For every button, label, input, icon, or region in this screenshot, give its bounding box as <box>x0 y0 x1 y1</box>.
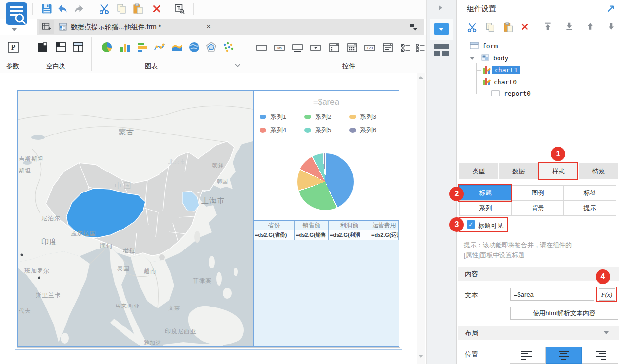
column-chart-icon[interactable] <box>119 41 132 54</box>
copy-button[interactable] <box>116 3 127 15</box>
tab-style[interactable]: 样式 <box>539 163 578 179</box>
table-header-cell[interactable]: 运营费用 <box>370 221 399 230</box>
tab-list-icon[interactable] <box>409 23 418 31</box>
chart-group-chevron-down-icon[interactable] <box>234 63 241 67</box>
style-button-tooltip[interactable]: 提示 <box>564 200 616 216</box>
number-field-widget-icon[interactable]: 123 <box>364 42 376 54</box>
grid-block-icon[interactable] <box>72 41 85 54</box>
content-section-label: 内容 <box>465 270 478 279</box>
map-chart-icon[interactable] <box>188 41 201 54</box>
move-bottom-icon[interactable] <box>565 22 576 33</box>
widget-settings-tab[interactable] <box>430 19 453 40</box>
table-formula-cell[interactable]: =ds2.G(销售 <box>295 230 329 240</box>
design-canvas[interactable]: 蒙古吉斯斯坦斯坦朝鲜韩国上海市中国北京市尼泊尔印度孟加拉国缅甸老挝泰国越南菲律宾… <box>0 73 426 364</box>
style-button-legend[interactable]: 图例 <box>512 185 564 201</box>
text-editor-widget-icon[interactable] <box>382 42 394 54</box>
map-chart-block[interactable]: 蒙古吉斯斯坦斯坦朝鲜韩国上海市中国北京市尼泊尔印度孟加拉国缅甸老挝泰国越南菲律宾… <box>17 90 254 347</box>
line-chart-icon[interactable] <box>153 41 166 54</box>
tree-item-report0[interactable]: report0 <box>504 90 531 97</box>
undo-button[interactable] <box>57 3 68 15</box>
table-header-cell[interactable]: 利润额 <box>329 221 370 230</box>
panel-delete-icon[interactable] <box>520 22 531 33</box>
textarea-widget-icon[interactable] <box>292 42 303 54</box>
chart-title: =$area <box>254 97 399 107</box>
move-top-icon[interactable] <box>543 22 554 33</box>
date-picker-widget-icon[interactable] <box>346 42 358 54</box>
scroll-down-icon[interactable] <box>419 355 423 358</box>
tab-block-icon[interactable] <box>55 41 68 54</box>
tree-item-form[interactable]: form <box>482 42 498 50</box>
redo-button[interactable] <box>73 3 85 15</box>
table-formula-cell[interactable]: =ds2.G(省份) <box>254 230 295 240</box>
text-search-button[interactable] <box>174 3 185 15</box>
expand-panel-icon[interactable] <box>606 4 616 14</box>
checkbox-group-widget-icon[interactable] <box>415 42 426 54</box>
legend-label: 系列4 <box>270 126 286 134</box>
move-down-icon[interactable] <box>607 22 618 33</box>
table-header-cell[interactable]: 销售额 <box>295 221 329 230</box>
svg-text:123: 123 <box>367 46 373 50</box>
pie-chart-block[interactable]: =$area 系列1系列2系列3系列4系列5系列6 <box>253 90 399 221</box>
hint-line-2: [属性]面板中设置标题 <box>464 250 614 260</box>
paste-button[interactable] <box>132 3 144 15</box>
report-table-block[interactable]: 省份销售额利润额运营费用 =ds2.G(省份)=ds2.G(销售=ds2.G(利… <box>253 220 399 347</box>
scroll-up-icon[interactable] <box>419 76 423 79</box>
style-button-background[interactable]: 背景 <box>512 200 564 216</box>
report-block-icon[interactable] <box>36 41 49 54</box>
layout-collapse-icon[interactable] <box>604 331 609 334</box>
svg-text:lab: lab <box>277 46 281 50</box>
cut-button[interactable] <box>99 3 110 15</box>
active-tab-title[interactable]: 数据点提示轮播...他组件.frm * <box>71 23 161 32</box>
view-tree-widget-icon[interactable] <box>328 42 340 54</box>
radar-chart-icon[interactable] <box>205 41 218 54</box>
tab-close-icon[interactable]: × <box>206 22 211 31</box>
scatter-chart-icon[interactable] <box>222 41 235 54</box>
table-header-cell[interactable]: 省份 <box>254 221 295 230</box>
map-label: 中国 <box>115 181 133 191</box>
map-label: 雅加达 <box>144 339 161 346</box>
move-up-icon[interactable] <box>586 22 597 33</box>
group-label-widget: 控件 <box>342 62 355 71</box>
radio-group-widget-icon[interactable] <box>400 42 412 54</box>
table-formula-cell[interactable]: =ds2.G(运营 <box>370 230 399 240</box>
tab-type[interactable]: 类型 <box>459 163 498 179</box>
style-button-series[interactable]: 系列 <box>459 200 512 216</box>
tree-item-chart1-selected[interactable]: chart1 <box>492 66 520 74</box>
textbox-widget-icon[interactable] <box>256 42 267 54</box>
canvas-scrollbar[interactable] <box>417 73 425 364</box>
layout-blocks-icon[interactable] <box>434 44 449 57</box>
bar-chart-icon[interactable] <box>136 41 149 54</box>
pie-chart-icon[interactable] <box>100 41 114 54</box>
area-chart-icon[interactable] <box>171 41 184 54</box>
group-label-parameter: 参数 <box>6 62 19 71</box>
label-widget-icon[interactable]: lab <box>274 42 285 54</box>
save-button[interactable] <box>41 3 53 15</box>
new-grid-tab-icon[interactable] <box>39 20 54 34</box>
style-button-label[interactable]: 标签 <box>564 185 616 201</box>
group-label-blank-block: 空白块 <box>46 62 65 71</box>
title-visible-checkbox[interactable]: ✓ <box>467 220 475 229</box>
collapse-arrow-icon[interactable] <box>439 5 442 11</box>
align-right-button[interactable] <box>582 347 618 364</box>
html-parse-button[interactable]: 使用html解析文本内容 <box>510 307 618 320</box>
formula-fx-button[interactable]: F(x) <box>599 288 615 301</box>
report0-node-icon <box>491 90 500 96</box>
style-button-title[interactable]: 标题 <box>459 185 512 201</box>
tab-data[interactable]: 数据 <box>499 163 538 179</box>
parameter-pane-icon[interactable]: P <box>7 41 20 54</box>
title-text-input[interactable] <box>510 288 594 301</box>
panel-paste-icon[interactable] <box>503 22 514 33</box>
panel-cut-icon[interactable] <box>467 22 478 33</box>
tab-effects[interactable]: 特效 <box>579 163 618 179</box>
align-center-button[interactable] <box>546 347 582 364</box>
panel-copy-icon[interactable] <box>485 22 496 33</box>
body-collapse-icon[interactable] <box>470 57 475 60</box>
tree-item-chart0[interactable]: chart0 <box>494 78 517 86</box>
table-formula-cell[interactable]: =ds2.G(利润 <box>329 230 370 240</box>
tree-item-body[interactable]: body <box>493 55 508 62</box>
combobox-widget-icon[interactable] <box>310 42 321 54</box>
align-left-button[interactable] <box>510 347 546 364</box>
logo-dropdown-icon[interactable] <box>12 28 17 31</box>
delete-button[interactable] <box>151 3 162 15</box>
app-logo-icon[interactable] <box>5 1 28 27</box>
